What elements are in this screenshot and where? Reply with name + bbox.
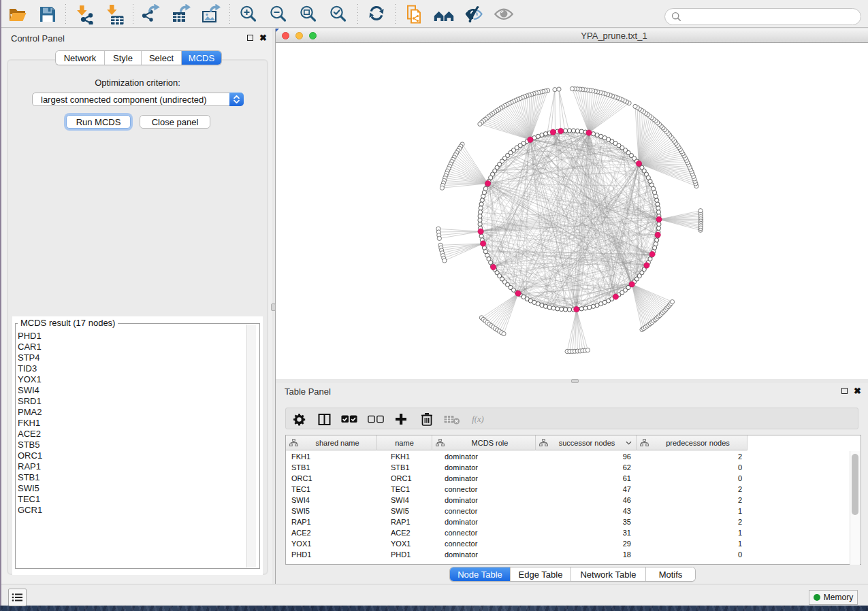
open-session-icon[interactable]	[7, 3, 29, 25]
mcds-result-node[interactable]: TID3	[16, 363, 246, 374]
mcds-result-scrollbar[interactable]	[246, 325, 256, 567]
tab-network[interactable]: Network	[56, 51, 105, 65]
control-panel-float-icon[interactable]	[247, 35, 253, 41]
mcds-result-node[interactable]: STP4	[16, 352, 246, 363]
node-table[interactable]: shared namenameMCDS rolesuccessor nodesp…	[285, 435, 861, 565]
table-row[interactable]: YOX1YOX1connector291	[286, 538, 748, 549]
memory-button[interactable]: Memory	[809, 590, 858, 605]
cell-shared-name: YOX1	[286, 538, 377, 549]
cell-successor-nodes: 47	[536, 484, 637, 495]
cell-shared-name: STB1	[286, 462, 377, 473]
export-network-icon[interactable]	[140, 3, 161, 25]
run-mcds-button[interactable]: Run MCDS	[66, 115, 131, 129]
cell-successor-nodes: 96	[536, 451, 637, 462]
export-image-icon[interactable]	[199, 3, 221, 25]
network-canvas[interactable]	[276, 43, 868, 379]
mcds-result-list[interactable]: PHD1CAR1STP4TID3YOX1SWI4SRD1PMA2FKH1ACE2…	[16, 331, 246, 516]
mcds-result-node[interactable]: STB1	[16, 472, 246, 483]
zoom-fit-icon[interactable]	[298, 3, 319, 25]
mcds-result-node[interactable]: STB5	[16, 440, 246, 450]
hide-details-icon[interactable]	[463, 3, 485, 25]
tab-mcds[interactable]: MCDS	[182, 51, 221, 65]
table-scrollbar[interactable]	[850, 451, 860, 565]
table-row[interactable]: FKH1FKH1dominator962	[286, 451, 748, 462]
add-column-icon[interactable]	[393, 411, 409, 427]
column-header-name[interactable]: name	[377, 435, 432, 450]
mcds-result-node[interactable]: ORC1	[16, 450, 246, 461]
cell-name: RAP1	[377, 516, 432, 527]
split-columns-icon[interactable]	[316, 411, 332, 427]
tab-motifs[interactable]: Motifs	[646, 567, 695, 581]
cell-successor-nodes: 62	[536, 462, 637, 473]
optimization-criterion-select[interactable]: largest connected component (undirected)	[32, 93, 244, 106]
open-session-file-icon[interactable]	[404, 3, 425, 25]
table-row[interactable]: SWI4SWI4dominator462	[286, 495, 748, 506]
search-input[interactable]	[664, 8, 861, 25]
save-session-icon[interactable]	[37, 3, 59, 25]
cell-predecessor-nodes: 2	[637, 516, 748, 527]
close-panel-button[interactable]: Close panel	[140, 115, 210, 129]
cell-name: PHD1	[377, 549, 432, 560]
table-panel-float-icon[interactable]	[841, 388, 848, 394]
network-window-titlebar[interactable]: YPA_prune.txt_1	[276, 29, 868, 43]
control-panel-title: Control Panel	[11, 33, 65, 44]
table-row[interactable]: STB1STB1dominator620	[286, 462, 748, 473]
cell-name: SWI4	[377, 495, 432, 506]
mcds-result-node[interactable]: ACE2	[16, 429, 246, 440]
table-row[interactable]: RAP1RAP1dominator352	[286, 516, 748, 527]
import-table-icon[interactable]	[103, 3, 125, 25]
show-details-icon[interactable]	[493, 3, 515, 25]
mcds-result-node[interactable]: CAR1	[16, 342, 246, 352]
network-graph[interactable]	[276, 43, 868, 379]
vertical-splitter-grabber[interactable]	[271, 303, 276, 311]
table-panel-close-icon[interactable]: ✖	[854, 388, 861, 394]
gear-icon[interactable]	[291, 411, 307, 427]
cell-name: ORC1	[377, 473, 432, 484]
mcds-result-node[interactable]: YOX1	[16, 374, 246, 385]
refresh-icon[interactable]	[366, 3, 387, 25]
cell-predecessor-nodes: 1	[637, 506, 748, 516]
select-all-check-icon[interactable]	[341, 411, 357, 427]
column-header-predecessor-nodes[interactable]: predecessor nodes	[637, 435, 748, 450]
mcds-result-node[interactable]: PMA2	[16, 407, 246, 418]
table-row[interactable]: PHD1PHD1dominator180	[286, 549, 748, 560]
tab-network-table[interactable]: Network Table	[571, 567, 646, 581]
optimization-criterion-value: largest connected component (undirected)	[33, 95, 207, 105]
cell-shared-name: ACE2	[286, 527, 377, 538]
mcds-result-node[interactable]: SRD1	[16, 396, 246, 407]
deselect-all-icon[interactable]	[368, 411, 384, 427]
mcds-result-node[interactable]: PHD1	[16, 331, 246, 342]
mcds-result-node[interactable]: GCR1	[16, 505, 246, 516]
cell-name: STB1	[377, 462, 432, 473]
mcds-result-node[interactable]: FKH1	[16, 418, 246, 429]
column-header-successor-nodes[interactable]: successor nodes	[536, 435, 637, 450]
tab-node-table[interactable]: Node Table	[450, 567, 511, 581]
main-toolbar	[1, 0, 868, 28]
table-panel-title: Table Panel	[285, 386, 331, 397]
show-hide-graphics-icon[interactable]	[433, 3, 455, 25]
table-row[interactable]: ACE2ACE2connector311	[286, 527, 748, 538]
import-network-icon[interactable]	[74, 3, 96, 25]
tab-style[interactable]: Style	[105, 51, 142, 65]
table-row[interactable]: ORC1ORC1dominator610	[286, 473, 748, 484]
table-row[interactable]: SWI5SWI5connector431	[286, 506, 748, 516]
delete-column-icon[interactable]	[419, 411, 435, 427]
zoom-selected-icon[interactable]	[327, 3, 349, 25]
tab-edge-table[interactable]: Edge Table	[511, 567, 571, 581]
mcds-result-node[interactable]: SWI5	[16, 483, 246, 494]
control-panel-close-icon[interactable]: ✖	[259, 35, 267, 41]
task-history-button[interactable]	[8, 589, 27, 606]
export-table-icon[interactable]	[170, 3, 191, 25]
tab-select[interactable]: Select	[142, 51, 182, 65]
mcds-result-node[interactable]: SWI4	[16, 385, 246, 396]
mcds-result-node[interactable]: TEC1	[16, 494, 246, 505]
column-header-shared-name[interactable]: shared name	[286, 435, 377, 450]
zoom-in-icon[interactable]	[238, 3, 259, 25]
table-scrollbar-thumb[interactable]	[852, 454, 858, 515]
table-row[interactable]: TEC1TEC1connector472	[286, 484, 748, 495]
function-builder-disabled-icon: f(x)	[471, 411, 487, 427]
column-header-MCDS-role[interactable]: MCDS role	[432, 435, 536, 450]
zoom-out-icon[interactable]	[268, 3, 289, 25]
cell-predecessor-nodes: 0	[637, 462, 748, 473]
mcds-result-node[interactable]: RAP1	[16, 461, 246, 472]
